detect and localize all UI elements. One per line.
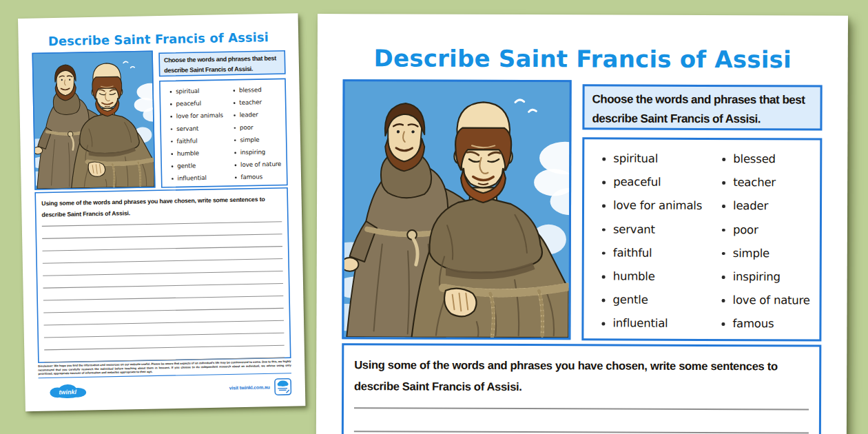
writing-box: Using some of the words and phrases you … xyxy=(34,187,291,363)
word-item: influential xyxy=(600,312,719,336)
word-item: spiritual xyxy=(601,147,719,171)
word-list-box: spiritual peaceful love for animals serv… xyxy=(581,137,822,341)
worksheet-thumbnail-full-page: Describe Saint Francis of Assisi xyxy=(18,13,305,411)
word-item: blessed xyxy=(232,83,285,97)
word-item: inspiring xyxy=(721,265,820,289)
page-footer: twinkl visit twinkl.com.au xyxy=(39,376,292,402)
saint-francis-illustration xyxy=(342,79,571,340)
word-item: influential xyxy=(171,172,234,185)
writing-line xyxy=(354,409,809,433)
page-title: Describe Saint Francis of Assisi xyxy=(318,44,848,74)
word-item: gentle xyxy=(171,159,234,173)
worksheet-zoomed-page: Describe Saint Francis of Assisi xyxy=(315,14,848,434)
word-list-column-2: blessed teacher leader poor simple inspi… xyxy=(719,147,820,340)
word-list-column-1: spiritual peaceful love for animals serv… xyxy=(161,84,234,187)
word-item: blessed xyxy=(721,147,820,172)
preview-background: Describe Saint Francis of Assisi xyxy=(0,0,868,434)
word-item: servant xyxy=(169,122,232,136)
instruction-box: Choose the words and phrases that best d… xyxy=(582,84,822,130)
word-item: servant xyxy=(601,218,719,242)
word-item: peaceful xyxy=(601,171,719,195)
word-item: famous xyxy=(234,170,287,184)
worksheet-page: Describe Saint Francis of Assisi xyxy=(18,13,305,411)
instruction-text: Choose the words and phrases that best d… xyxy=(592,90,812,129)
word-item: humble xyxy=(170,147,233,161)
page-title: Describe Saint Francis of Assisi xyxy=(18,29,298,49)
twinkl-logo-text: twinkl xyxy=(59,389,76,395)
writing-line xyxy=(354,385,809,410)
word-item: inspiring xyxy=(234,145,286,159)
friars-illustration-svg xyxy=(33,52,154,189)
word-item: poor xyxy=(721,218,820,242)
worksheet-page: Describe Saint Francis of Assisi xyxy=(315,14,848,434)
friars-illustration-svg xyxy=(344,81,569,338)
website-text: visit twinkl.com.au xyxy=(229,384,270,391)
instruction-text: Choose the words and phrases that best d… xyxy=(164,53,280,76)
word-item: faithful xyxy=(170,134,233,148)
writing-lines xyxy=(41,209,285,362)
word-item: faithful xyxy=(601,241,719,265)
word-item: spiritual xyxy=(169,84,231,98)
instruction-box: Choose the words and phrases that best d… xyxy=(158,50,285,76)
twinkl-cloud-logo-icon: twinkl xyxy=(48,382,87,399)
word-item: love of nature xyxy=(234,158,286,172)
word-item: famous xyxy=(720,312,819,336)
word-item: love for animals xyxy=(169,110,232,123)
word-list-column-1: spiritual peaceful love for animals serv… xyxy=(583,147,719,339)
saint-francis-illustration xyxy=(32,50,155,189)
word-item: teacher xyxy=(721,171,820,195)
word-item: gentle xyxy=(600,289,719,313)
word-list-box: spiritual peaceful love for animals serv… xyxy=(159,79,288,188)
word-item: poor xyxy=(233,121,285,134)
word-item: love for animals xyxy=(601,194,719,218)
word-item: humble xyxy=(601,265,719,289)
word-item: leader xyxy=(721,194,820,218)
word-item: peaceful xyxy=(169,96,232,110)
word-item: teacher xyxy=(233,96,285,110)
writing-box: Using some of the words and phrases you … xyxy=(341,343,822,434)
word-item: simple xyxy=(721,242,820,266)
twinkl-quality-badge-icon xyxy=(274,378,292,396)
word-item: leader xyxy=(233,108,285,122)
word-list-column-2: blessed teacher leader poor simple inspi… xyxy=(231,83,287,185)
word-item: simple xyxy=(234,133,286,147)
footer-spacer xyxy=(87,388,229,391)
word-item: love of nature xyxy=(720,289,819,313)
writing-lines xyxy=(353,385,809,434)
